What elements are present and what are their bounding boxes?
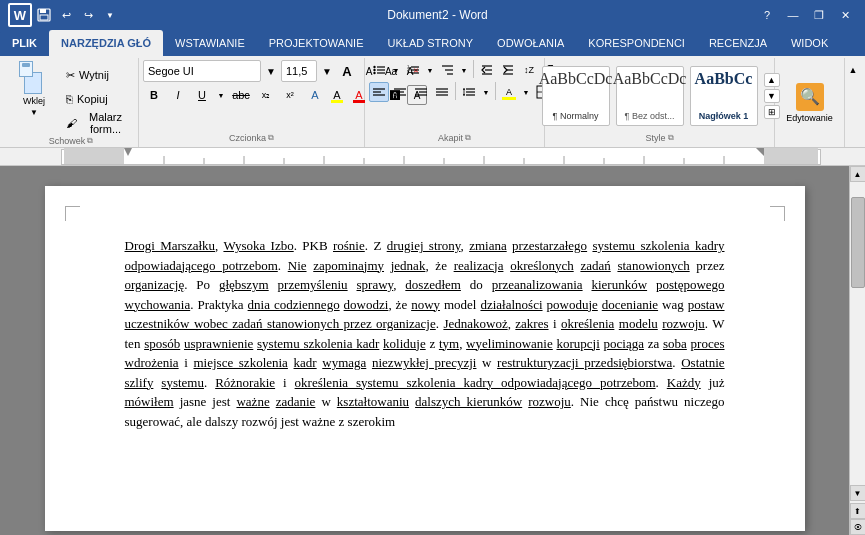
tab-recenzja[interactable]: RECENZJA: [697, 30, 779, 56]
ribbon-collapse-btn[interactable]: ▲: [845, 58, 861, 147]
text-sprawy: sprawy: [357, 277, 394, 292]
text-restrukturyzacji: restrukturyzacji przedsiębiorstwa: [497, 355, 672, 370]
tab-odwolania[interactable]: ODWOŁANIA: [485, 30, 576, 56]
tab-wstawianie[interactable]: WSTAWIANIE: [163, 30, 257, 56]
multilevel-btn[interactable]: [437, 60, 457, 80]
sort-btn[interactable]: ↕Z: [519, 60, 539, 80]
tab-narzedzia[interactable]: NARZĘDZIA GŁÓ: [49, 30, 163, 56]
format-painter-button[interactable]: 🖌 Malarz form...: [62, 112, 134, 134]
prev-page-btn[interactable]: ⬆: [850, 503, 866, 519]
decrease-indent-btn[interactable]: [477, 60, 497, 80]
strikethrough-btn[interactable]: abc: [229, 84, 253, 106]
paste-dropdown[interactable]: ▼: [30, 108, 38, 117]
text-wysoka: Wysoka Izbo: [223, 238, 293, 253]
scroll-track[interactable]: [850, 182, 866, 485]
underline-dropdown-btn[interactable]: ▼: [215, 85, 227, 105]
tab-uklad[interactable]: UKŁAD STRONY: [376, 30, 486, 56]
quick-access-toolbar: W ↩ ↪ ▼: [8, 3, 120, 27]
increase-indent-btn[interactable]: [498, 60, 518, 80]
scroll-thumb[interactable]: [851, 197, 865, 288]
select-browse-btn[interactable]: ⦿: [850, 519, 866, 535]
subscript-btn[interactable]: x₂: [255, 84, 277, 106]
customize-quick-btn[interactable]: ▼: [100, 5, 120, 25]
text-wyeliminowanie: wyeliminowanie: [466, 336, 553, 351]
save-quick-btn[interactable]: [34, 5, 54, 25]
window-controls: ? — ❐ ✕: [755, 5, 857, 25]
font-name-dropdown-btn[interactable]: ▼: [263, 61, 279, 81]
document-text[interactable]: Drogi Marszałku, Wysoka Izbo. PKB rośnie…: [125, 236, 725, 431]
text-wymaga: wymaga: [322, 355, 366, 370]
document-area[interactable]: Drogi Marszałku, Wysoka Izbo. PKB rośnie…: [0, 166, 849, 535]
tab-projektowanie[interactable]: PROJEKTOWANIE: [257, 30, 376, 56]
style-expand-icon[interactable]: ⧉: [668, 133, 674, 143]
minimize-btn[interactable]: —: [781, 5, 805, 25]
text-rosnie: rośnie: [333, 238, 365, 253]
bullets-btn[interactable]: [369, 60, 389, 80]
style-item-no-spacing[interactable]: AaBbCcDc ¶ Bez odst...: [616, 66, 684, 126]
font-size-dropdown-btn[interactable]: ▼: [319, 61, 335, 81]
undo-quick-btn[interactable]: ↩: [56, 5, 76, 25]
justify-btn[interactable]: [432, 82, 452, 102]
redo-quick-btn[interactable]: ↪: [78, 5, 98, 25]
line-spacing-dropdown-btn[interactable]: ▼: [480, 82, 492, 102]
text-effect-btn[interactable]: A: [305, 85, 325, 105]
text-docenianie: docenianie: [602, 297, 658, 312]
style-h1-preview: AaBbCc: [695, 71, 753, 87]
font-size-input[interactable]: [281, 60, 317, 82]
numbering-dropdown-btn[interactable]: ▼: [424, 60, 436, 80]
grow-font-btn[interactable]: A: [337, 61, 357, 81]
cut-button[interactable]: ✂ Wytnij: [62, 64, 134, 86]
align-center-btn[interactable]: [390, 82, 410, 102]
text-mowilem: mówiłem: [125, 394, 174, 409]
bullets-dropdown-btn[interactable]: ▼: [390, 60, 402, 80]
tab-widok[interactable]: WIDOK: [779, 30, 840, 56]
help-btn[interactable]: ?: [755, 5, 779, 25]
czcionka-label: Czcionka ⧉: [229, 131, 274, 145]
ribbon-group-edytowanie: 🔍 Edytowanie: [775, 58, 845, 147]
style-item-normal[interactable]: AaBbCcDc ¶ Normalny: [542, 66, 610, 126]
format-painter-icon: 🖌: [66, 117, 77, 129]
numbering-btn[interactable]: 123: [403, 60, 423, 80]
bold-btn[interactable]: B: [143, 84, 165, 106]
format-painter-label: Malarz form...: [81, 111, 130, 135]
czcionka-content: ▼ ▼ A A Aa A ✕ B I U ▼ abc x₂ x²: [143, 60, 360, 131]
text-zapominajmy: zapominajmy: [313, 258, 384, 273]
editing-button[interactable]: 🔍 Edytowanie: [782, 73, 838, 133]
multilevel-dropdown-btn[interactable]: ▼: [458, 60, 470, 80]
schowek-expand-icon[interactable]: ⧉: [87, 136, 93, 146]
close-btn[interactable]: ✕: [833, 5, 857, 25]
shading-btn[interactable]: A: [499, 82, 519, 102]
style-no-spacing-preview: AaBbCcDc: [613, 71, 687, 87]
editing-icon: 🔍: [796, 83, 824, 111]
tab-plik[interactable]: PLIK: [0, 30, 49, 56]
shading-dropdown-btn[interactable]: ▼: [520, 82, 532, 102]
text-sposob: sposób: [144, 336, 180, 351]
scroll-up-btn[interactable]: ▲: [850, 166, 866, 182]
paste-button[interactable]: Wklej ▼: [8, 60, 60, 118]
copy-button[interactable]: ⎘ Kopiuj: [62, 88, 134, 110]
italic-btn[interactable]: I: [167, 84, 189, 106]
text-powoduje: powoduje: [547, 297, 598, 312]
style-item-h1[interactable]: AaBbCc Nagłówek 1: [690, 66, 758, 126]
tab-korespondencja[interactable]: KORESPONDENCI: [576, 30, 697, 56]
superscript-btn[interactable]: x²: [279, 84, 301, 106]
style-label: Style ⧉: [645, 131, 673, 145]
align-right-btn[interactable]: [411, 82, 431, 102]
text-dnia: dnia codziennego: [248, 297, 340, 312]
cut-label: Wytnij: [79, 69, 109, 81]
text-koliduje: koliduje: [383, 336, 426, 351]
collapse-ribbon-btn[interactable]: ▲: [845, 62, 861, 78]
restore-btn[interactable]: ❐: [807, 5, 831, 25]
line-spacing-btn[interactable]: [459, 82, 479, 102]
align-left-btn[interactable]: [369, 82, 389, 102]
underline-btn[interactable]: U: [191, 84, 213, 106]
font-name-input[interactable]: [143, 60, 261, 82]
akapit-expand-icon[interactable]: ⧉: [465, 133, 471, 143]
text-zakres: zakres: [515, 316, 548, 331]
czcionka-expand-icon[interactable]: ⧉: [268, 133, 274, 143]
text-highlight-btn[interactable]: A: [327, 85, 347, 105]
text-miejsce: miejsce szkolenia: [193, 355, 287, 370]
text-nie: Nie: [288, 258, 307, 273]
text-korupcji: korupcji: [557, 336, 600, 351]
scroll-down-btn[interactable]: ▼: [850, 485, 866, 501]
